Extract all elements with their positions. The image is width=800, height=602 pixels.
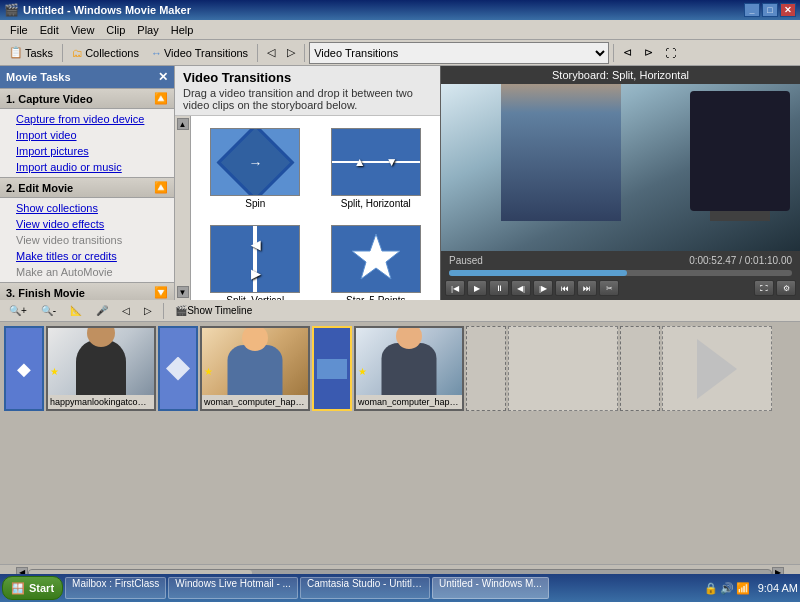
link-import-video[interactable]: Import video: [0, 127, 174, 143]
section-edit-header[interactable]: 2. Edit Movie 🔼: [0, 177, 174, 198]
transition-spin-thumb: →: [210, 128, 300, 196]
link-make-titles[interactable]: Make titles or credits: [0, 248, 174, 264]
tasks-label: Tasks: [25, 47, 53, 59]
transition-split-horizontal[interactable]: ▲ ▼ Split, Horizontal: [320, 124, 433, 213]
settings-prev-button[interactable]: ⚙: [776, 280, 796, 296]
transition-star5[interactable]: Star, 5 Points: [320, 221, 433, 300]
toolbar-separator-1: [62, 44, 63, 62]
link-view-transitions: View video transitions: [0, 232, 174, 248]
main-content: Movie Tasks ✕ 1. Capture Video 🔼 Capture…: [0, 66, 800, 300]
woman-body-2: [228, 345, 283, 395]
current-time: 0:00:52.47: [689, 255, 736, 266]
split-button[interactable]: ✂: [599, 280, 619, 296]
monitor-shape: [690, 91, 790, 211]
menu-edit[interactable]: Edit: [34, 22, 65, 38]
taskbar-hotmail[interactable]: Windows Live Hotmail - ...: [168, 577, 298, 599]
clock: 9:04 AM: [758, 582, 798, 594]
preview-bg: [441, 84, 800, 251]
pause-button[interactable]: ⏸: [489, 280, 509, 296]
show-storyboard-button[interactable]: 🎬 Show Timeline: [170, 302, 257, 320]
preview-header: Storyboard: Split, Horizontal: [441, 66, 800, 84]
tl-zoom-out[interactable]: 🔍-: [36, 302, 61, 320]
fast-forward-button[interactable]: ⏭: [577, 280, 597, 296]
empty-transition-2: [620, 326, 660, 411]
link-import-audio[interactable]: Import audio or music: [0, 159, 174, 175]
transition-clip-2[interactable]: [312, 326, 352, 411]
arrow-left-button[interactable]: ◁: [262, 42, 280, 64]
section-capture-title: 1. Capture Video: [6, 93, 93, 105]
menu-bar: File Edit View Clip Play Help: [0, 20, 800, 40]
transition-split-vertical[interactable]: ◀ ▶ Split, Vertical: [199, 221, 312, 300]
link-import-pictures[interactable]: Import pictures: [0, 143, 174, 159]
split-h-right-arrow: ▼: [386, 155, 398, 169]
menu-play[interactable]: Play: [131, 22, 164, 38]
split-h-left-arrow: ▲: [354, 155, 366, 169]
clip-2-label: woman_computer_happy(2): [202, 395, 308, 409]
tray-icon-3: 📶: [736, 582, 750, 595]
taskbar-camtasia[interactable]: Camtasia Studio - Untitle...: [300, 577, 430, 599]
woman-body-3: [382, 343, 437, 395]
menu-view[interactable]: View: [65, 22, 101, 38]
title-bar-left: 🎬 Untitled - Windows Movie Maker: [4, 3, 191, 17]
tasks-panel-title: Movie Tasks: [6, 71, 71, 83]
clip-3[interactable]: ★ woman_computer_happy_734...: [354, 326, 464, 411]
fullscreen-prev-button[interactable]: ⛶: [754, 280, 774, 296]
clip-2[interactable]: ★ woman_computer_happy(2): [200, 326, 310, 411]
tl-zoom-in[interactable]: 🔍+: [4, 302, 32, 320]
section-finish-header[interactable]: 3. Finish Movie 🔽: [0, 282, 174, 300]
scroll-track: [177, 132, 189, 284]
close-button[interactable]: ✕: [780, 3, 796, 17]
preview-progress-fill: [449, 270, 627, 276]
time-display: 0:00:52.47 / 0:01:10.00: [689, 255, 792, 266]
clip-3-bg: [356, 328, 462, 395]
preview-panel: Storyboard: Split, Horizontal Paus: [440, 66, 800, 300]
taskbar-movie-maker[interactable]: Untitled - Windows M...: [432, 577, 549, 599]
trans-icon-1: [166, 357, 190, 381]
link-show-collections[interactable]: Show collections: [0, 200, 174, 216]
fullscreen-button[interactable]: ⛶: [660, 42, 681, 64]
play-pause-button[interactable]: ▶: [467, 280, 487, 296]
menu-help[interactable]: Help: [165, 22, 200, 38]
menu-clip[interactable]: Clip: [100, 22, 131, 38]
taskbar-mailbox[interactable]: Mailbox : FirstClass: [65, 577, 166, 599]
menu-file[interactable]: File: [4, 22, 34, 38]
transition-spin[interactable]: → Spin: [199, 124, 312, 213]
movie-tasks-panel: Movie Tasks ✕ 1. Capture Video 🔼 Capture…: [0, 66, 175, 300]
link-view-effects[interactable]: View video effects: [0, 216, 174, 232]
next-frame-button[interactable]: |▶: [533, 280, 553, 296]
preview-progress-bar[interactable]: [449, 270, 792, 276]
minimize-button[interactable]: _: [744, 3, 760, 17]
link-capture-device[interactable]: Capture from video device: [0, 111, 174, 127]
clip-1[interactable]: ★ happymanlookingatcomputer: [46, 326, 156, 411]
tasks-button[interactable]: 📋 Tasks: [4, 42, 58, 64]
collections-dropdown[interactable]: Video Transitions: [309, 42, 609, 64]
total-time: 0:01:10.00: [745, 255, 792, 266]
storyboard-icon: 🎬: [175, 305, 187, 316]
tasks-panel-close[interactable]: ✕: [158, 70, 168, 84]
nav-button-1[interactable]: ⊲: [618, 42, 637, 64]
star5-svg: [346, 229, 406, 289]
prev-start-button[interactable]: |◀: [445, 280, 465, 296]
arrow-shape: [697, 339, 737, 399]
rewind-button[interactable]: ⏮: [555, 280, 575, 296]
tl-snap[interactable]: 📐: [65, 302, 87, 320]
split-v-top-arrow: ◀: [251, 238, 260, 252]
tl-narrate[interactable]: 🎤: [91, 302, 113, 320]
nav-button-2[interactable]: ⊳: [639, 42, 658, 64]
clip-1-star: ★: [50, 366, 59, 377]
section-capture-header[interactable]: 1. Capture Video 🔼: [0, 88, 174, 109]
transition-clip-1[interactable]: [158, 326, 198, 411]
scroll-down-button[interactable]: ▼: [177, 286, 189, 298]
toolbar-separator-4: [613, 44, 614, 62]
video-transitions-button[interactable]: ↔ Video Transitions: [146, 42, 253, 64]
maximize-button[interactable]: □: [762, 3, 778, 17]
start-button[interactable]: 🪟 Start: [2, 576, 63, 600]
collections-button[interactable]: 🗂 Collections: [67, 42, 144, 64]
arrow-right-button[interactable]: ▷: [282, 42, 300, 64]
scroll-up-button[interactable]: ▲: [177, 118, 189, 130]
tl-prev[interactable]: ◁: [117, 302, 135, 320]
prev-frame-button[interactable]: ◀|: [511, 280, 531, 296]
section-capture-content: Capture from video device Import video I…: [0, 109, 174, 177]
transition-clip-0[interactable]: ◆: [4, 326, 44, 411]
tl-play[interactable]: ▷: [139, 302, 157, 320]
